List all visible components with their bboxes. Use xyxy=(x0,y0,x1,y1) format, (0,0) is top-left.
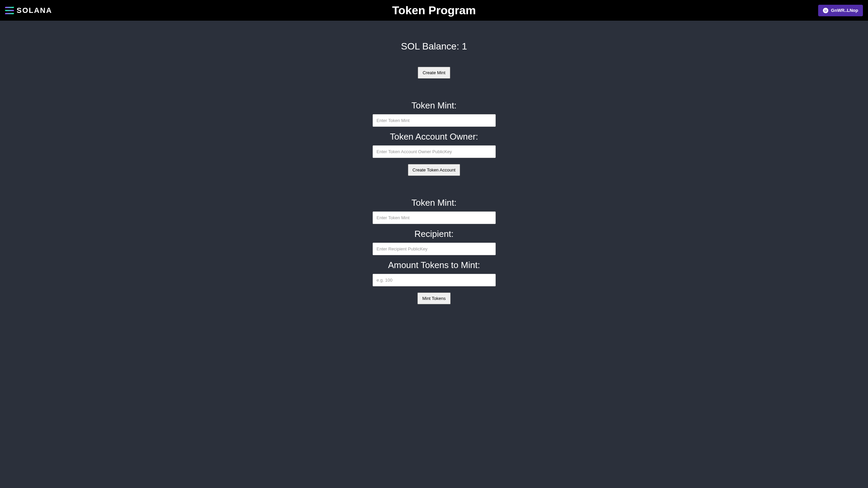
wallet-address-label: GnWR..LNop xyxy=(831,8,858,13)
token-mint-label-1: Token Mint: xyxy=(412,100,457,111)
svg-point-0 xyxy=(823,8,828,13)
mint-tokens-section: Token Mint: Recipient: Amount Tokens to … xyxy=(332,193,536,304)
recipient-label: Recipient: xyxy=(414,229,454,239)
create-mint-section: Create Mint xyxy=(332,67,536,79)
page-title: Token Program xyxy=(392,4,476,17)
recipient-input[interactable] xyxy=(373,243,496,255)
wallet-icon xyxy=(823,8,828,13)
token-mint-label-2: Token Mint: xyxy=(412,198,457,208)
token-account-owner-label: Token Account Owner: xyxy=(390,131,478,142)
create-mint-button[interactable]: Create Mint xyxy=(418,67,450,79)
amount-input[interactable] xyxy=(373,274,496,286)
sol-balance: SOL Balance: 1 xyxy=(401,41,467,52)
token-mint-input-2[interactable] xyxy=(373,211,496,224)
main-content: SOL Balance: 1 Create Mint Token Mint: T… xyxy=(326,21,542,342)
solana-logo-icon xyxy=(5,7,14,14)
wallet-connect-button[interactable]: GnWR..LNop xyxy=(818,5,863,16)
create-token-account-button[interactable]: Create Token Account xyxy=(408,164,460,176)
mint-tokens-button[interactable]: Mint Tokens xyxy=(417,292,450,304)
token-account-owner-input[interactable] xyxy=(373,145,496,158)
token-mint-input-1[interactable] xyxy=(373,114,496,127)
svg-point-2 xyxy=(826,9,827,10)
wallet-area: GnWR..LNop xyxy=(476,5,863,16)
svg-point-1 xyxy=(825,9,825,10)
logo: SOLANA xyxy=(5,6,392,15)
amount-label: Amount Tokens to Mint: xyxy=(388,260,480,270)
create-token-account-section: Token Mint: Token Account Owner: Create … xyxy=(332,96,536,176)
logo-text: SOLANA xyxy=(17,6,52,15)
app-header: SOLANA Token Program GnWR..LNop xyxy=(0,0,868,21)
